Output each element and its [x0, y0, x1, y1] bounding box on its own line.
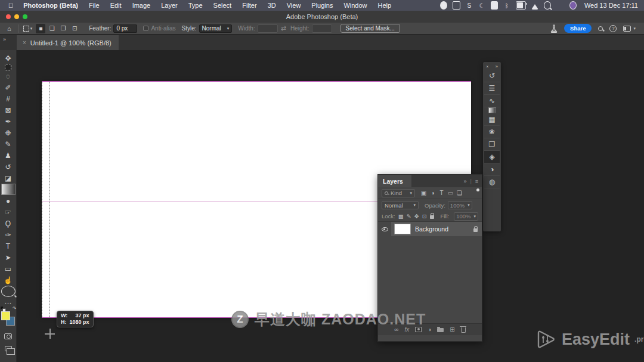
layer-thumbnail[interactable] — [394, 224, 411, 234]
menu-type[interactable]: Type — [183, 0, 208, 11]
default-colors-icon[interactable] — [1, 307, 5, 311]
display-icon[interactable] — [453, 1, 460, 10]
home-icon[interactable]: ⌂ — [0, 25, 14, 32]
zoom-window-button[interactable] — [23, 14, 27, 19]
clone-stamp-tool[interactable]: ♟ — [1, 150, 16, 161]
swap-dimensions-icon[interactable]: ⇄ — [278, 24, 289, 32]
collapse-panel-icon[interactable]: » — [463, 178, 466, 184]
help-icon[interactable]: ? — [609, 25, 617, 32]
patterns-panel-icon[interactable]: ▦ — [484, 113, 500, 126]
zoom-tool[interactable] — [1, 286, 16, 297]
antialias-checkbox[interactable] — [143, 26, 148, 31]
menu-3d[interactable]: 3D — [262, 0, 281, 11]
fill-input[interactable]: 100% ▾ — [454, 212, 478, 221]
menu-help[interactable]: Help — [373, 0, 397, 11]
libraries-panel-icon[interactable]: ❐ — [484, 138, 500, 151]
lock-all-icon[interactable] — [430, 215, 434, 219]
height-input[interactable] — [312, 24, 332, 33]
document-tab[interactable]: × Untitled-1 @ 100% (RGB/8) — [17, 35, 119, 50]
paths-anchor-panel-icon[interactable]: ∿ — [484, 95, 500, 107]
history-brush-tool[interactable]: ↺ — [1, 161, 16, 172]
history-panel-icon[interactable]: ↺ — [484, 70, 500, 82]
add-selection-mode[interactable]: ❏ — [47, 24, 57, 33]
close-tab-icon[interactable]: × — [23, 39, 26, 46]
workspace-switcher[interactable]: ▾ — [623, 26, 636, 32]
panel-collapse-icon[interactable]: » — [3, 36, 6, 42]
moon-icon[interactable]: ☾ — [478, 1, 485, 10]
menu-window[interactable]: Window — [338, 0, 372, 11]
width-input[interactable] — [258, 24, 278, 33]
app-menu[interactable]: Photoshop (Beta) — [18, 0, 83, 11]
new-selection-mode[interactable]: ■ — [36, 24, 45, 33]
filter-shape-layers-icon[interactable]: ▭ — [447, 190, 454, 196]
eyedropper-tool[interactable]: ✒ — [1, 116, 16, 127]
panel-menu-icon[interactable]: ≡ — [475, 178, 478, 184]
new-group-icon[interactable] — [437, 328, 444, 332]
opacity-input[interactable]: 100% ▾ — [448, 201, 472, 209]
filter-adjustment-layers-icon[interactable]: ◑ — [429, 190, 436, 196]
smudge-tool[interactable]: ☞ — [1, 206, 16, 218]
menu-image[interactable]: Image — [127, 0, 156, 11]
lock-transparent-pixels-icon[interactable]: ▩ — [398, 213, 404, 219]
bluetooth-icon[interactable]: ᛒ — [503, 1, 510, 10]
properties-panel-icon[interactable]: ☰ — [484, 82, 500, 95]
minimize-window-button[interactable] — [14, 14, 19, 19]
pen-tool[interactable]: ✑ — [1, 229, 16, 240]
swap-colors-icon[interactable]: ↷ — [13, 306, 17, 311]
expand-dock-icon[interactable]: » — [496, 64, 498, 69]
type-tool[interactable]: T — [1, 240, 16, 252]
blend-mode-select[interactable]: Normal ▾ — [382, 201, 419, 209]
layers-panel-tab[interactable]: Layers — [378, 175, 411, 187]
object-selection-tool[interactable]: ✐ — [1, 82, 16, 93]
intersect-selection-mode[interactable]: ⊡ — [70, 24, 79, 33]
paths-panel-icon[interactable]: ◍ — [484, 176, 500, 188]
close-dock-icon[interactable]: × — [486, 64, 489, 69]
assistant-circle-icon[interactable] — [569, 1, 577, 10]
lock-image-pixels-icon[interactable]: ✎ — [407, 213, 411, 219]
menu-edit[interactable]: Edit — [105, 0, 127, 11]
blur-tool[interactable]: ● — [1, 195, 16, 206]
color-panel-icon[interactable]: ❀ — [484, 126, 500, 138]
subtract-selection-mode[interactable]: ❐ — [58, 24, 68, 33]
new-layer-icon[interactable]: ⊞ — [450, 326, 454, 333]
lock-artboard-icon[interactable]: ⊡ — [422, 213, 427, 219]
layer-visibility-eye-icon[interactable] — [382, 227, 388, 231]
filter-toggle-icon[interactable] — [476, 188, 479, 191]
feather-input[interactable]: 0 px — [113, 24, 137, 33]
share-button[interactable]: Share — [564, 24, 592, 33]
quick-mask-button[interactable] — [1, 330, 16, 342]
apple-menu-icon[interactable]:  — [0, 2, 18, 9]
frame-tool[interactable]: ⊠ — [1, 104, 16, 116]
delete-layer-icon[interactable] — [461, 327, 466, 333]
gradients-panel-icon[interactable] — [488, 107, 496, 113]
rectangular-marquee-tool[interactable] — [5, 64, 11, 70]
dodge-tool[interactable]: Ϙ — [1, 218, 16, 229]
layer-lock-icon[interactable] — [473, 228, 478, 232]
gradient-tool[interactable] — [1, 184, 16, 195]
new-adjustment-layer-icon[interactable]: ◑ — [428, 326, 431, 333]
current-tool-button[interactable]: ▾ — [23, 26, 33, 32]
menu-layer[interactable]: Layer — [156, 0, 183, 11]
input-source-icon[interactable]: A — [491, 1, 498, 10]
search-icon[interactable] — [544, 1, 551, 10]
path-selection-tool[interactable]: ➤ — [1, 252, 16, 263]
layer-filter-select[interactable]: Kind ▾ — [382, 189, 415, 197]
select-and-mask-button[interactable]: Select and Mask... — [340, 24, 400, 33]
menu-file[interactable]: File — [83, 0, 105, 11]
menu-view[interactable]: View — [281, 0, 306, 11]
brush-tool[interactable]: ✎ — [1, 138, 16, 150]
crop-tool[interactable]: # — [1, 93, 16, 104]
s-status-icon[interactable]: S — [466, 1, 473, 10]
healing-brush-tool[interactable]: ❉ — [1, 127, 16, 138]
layers-panel-icon[interactable]: ◈ — [484, 151, 500, 163]
control-center-icon[interactable] — [556, 1, 564, 10]
filter-smart-objects-icon[interactable]: ❏ — [456, 190, 463, 196]
hand-tool[interactable]: ☝ — [1, 274, 16, 286]
menu-bar-clock[interactable]: Wed 13 Dec 17:11 — [582, 2, 638, 9]
menu-select[interactable]: Select — [208, 0, 237, 11]
channels-panel-icon[interactable]: ◑ — [484, 163, 500, 176]
battery-icon[interactable] — [516, 1, 526, 10]
lock-position-icon[interactable]: ✥ — [414, 213, 419, 219]
screen-mode-button[interactable] — [1, 343, 16, 354]
lasso-tool[interactable]: ◌ — [1, 70, 16, 82]
